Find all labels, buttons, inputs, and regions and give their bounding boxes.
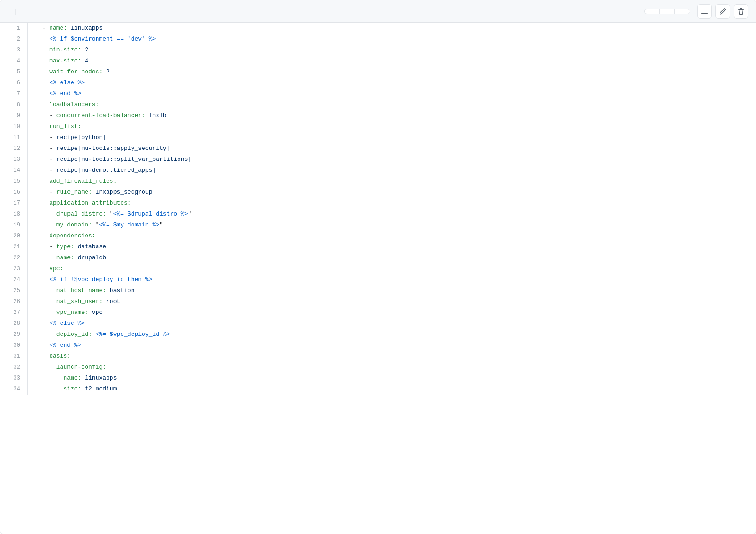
key-token: concurrent-load-balancer: <box>56 112 145 119</box>
plain-token <box>35 309 56 316</box>
view-buttons <box>644 9 690 14</box>
line-number: 26 <box>8 296 20 307</box>
line-number: 18 <box>8 209 20 220</box>
code-line: - recipe[python] <box>35 132 748 143</box>
plain-token <box>35 46 49 53</box>
code-line: - concurrent-load-balancer: lnxlb <box>35 110 748 121</box>
display-icon[interactable] <box>697 4 712 19</box>
line-number: 10 <box>8 121 20 132</box>
key-token: nat_host_name: <box>56 287 106 294</box>
plain-token: - <box>35 112 56 119</box>
key-token: nat_ssh_user: <box>56 298 102 305</box>
line-number: 15 <box>8 176 20 187</box>
line-number: 19 <box>8 220 20 231</box>
toolbar: | <box>0 0 756 23</box>
history-button[interactable] <box>675 9 690 14</box>
key-token: launch-config: <box>56 364 106 370</box>
line-number: 28 <box>8 318 20 329</box>
key-token: min-size: <box>49 46 81 53</box>
value-token: 2 <box>81 46 88 53</box>
value-token: recipe[mu-demo::tiered_apps] <box>56 167 156 174</box>
code-line: my_domain: "<%= $my_domain %>" <box>35 220 748 231</box>
plain-token: - <box>35 156 56 163</box>
key-token: deploy_id: <box>56 331 92 338</box>
code-line: application_attributes: <box>35 198 748 209</box>
template-token: <% if $environment == 'dev' %> <box>49 36 156 42</box>
plain-token <box>35 298 56 305</box>
raw-button[interactable] <box>645 9 660 14</box>
line-number: 9 <box>8 110 20 121</box>
template-token: <%= $drupal_distro %> <box>113 211 188 217</box>
code-line: dependencies: <box>35 231 748 241</box>
line-number: 1 <box>8 23 20 34</box>
line-number: 2 <box>8 34 20 45</box>
template-token: <% if !$vpc_deploy_id then %> <box>49 276 152 283</box>
code-line: - recipe[mu-tools::split_var_partitions] <box>35 154 748 165</box>
line-number: 25 <box>8 285 20 296</box>
value-token: recipe[mu-tools::apply_security] <box>56 145 170 152</box>
code-line: max-size: 4 <box>35 56 748 67</box>
line-number: 3 <box>8 45 20 56</box>
value-token: recipe[python] <box>56 134 106 141</box>
plain-token: - <box>35 145 56 152</box>
code-line: - recipe[mu-demo::tiered_apps] <box>35 165 748 176</box>
code-line: deploy_id: <%= $vpc_deploy_id %> <box>35 329 748 340</box>
key-token: type: <box>56 243 74 250</box>
line-number: 14 <box>8 165 20 176</box>
plain-token: - <box>35 243 56 250</box>
code-line: <% end %> <box>35 88 748 99</box>
template-token: <% else %> <box>49 79 85 86</box>
line-number: 12 <box>8 143 20 154</box>
key-token: size: <box>63 385 81 392</box>
plain-token: - <box>35 25 49 31</box>
code-line: wait_for_nodes: 2 <box>35 67 748 77</box>
template-token: <% end %> <box>49 90 81 97</box>
code-area: 1234567891011121314151617181920212223242… <box>0 23 756 395</box>
plain-token: " <box>159 221 163 228</box>
edit-icon[interactable] <box>715 4 730 19</box>
plain-token <box>35 36 49 42</box>
line-number: 34 <box>8 384 20 395</box>
plain-token <box>35 320 49 327</box>
code-line: - recipe[mu-tools::apply_security] <box>35 143 748 154</box>
delete-icon[interactable] <box>734 4 748 19</box>
line-number: 23 <box>8 263 20 274</box>
plain-token: - <box>35 167 56 174</box>
toolbar-actions <box>644 4 748 19</box>
key-token: rule_name: <box>56 189 92 195</box>
plain-token: " <box>188 211 191 217</box>
plain-token <box>35 364 56 370</box>
value-token: root <box>102 298 120 305</box>
line-number: 32 <box>8 362 20 373</box>
plain-token <box>35 90 49 97</box>
divider: | <box>15 8 17 15</box>
plain-token <box>35 178 49 185</box>
key-token: my_domain: <box>56 221 92 228</box>
key-token: vpc: <box>49 265 63 272</box>
template-token: <%= $vpc_deploy_id %> <box>96 331 170 338</box>
plain-token <box>35 331 56 338</box>
line-number: 17 <box>8 198 20 209</box>
plain-token <box>35 221 56 228</box>
plain-token <box>35 287 56 294</box>
plain-token <box>35 342 49 349</box>
code-line: run_list: <box>35 121 748 132</box>
line-number: 33 <box>8 373 20 384</box>
plain-token: " <box>92 221 99 228</box>
value-token: lnxlb <box>145 112 167 119</box>
code-line: name: linuxapps <box>35 373 748 384</box>
line-number: 4 <box>8 56 20 67</box>
plain-token <box>35 353 49 359</box>
plain-token <box>35 232 49 239</box>
template-token: <%= $my_domain %> <box>99 221 159 228</box>
code-line: basis: <box>35 351 748 362</box>
plain-token <box>35 254 56 261</box>
code-line: launch-config: <box>35 362 748 373</box>
value-token: 2 <box>102 68 110 75</box>
plain-token <box>35 57 49 64</box>
blame-button[interactable] <box>660 9 675 14</box>
code-line: nat_host_name: bastion <box>35 285 748 296</box>
value-token: vpc <box>88 309 102 316</box>
line-number: 16 <box>8 187 20 198</box>
value-token: lnxapps_secgroup <box>92 189 153 195</box>
